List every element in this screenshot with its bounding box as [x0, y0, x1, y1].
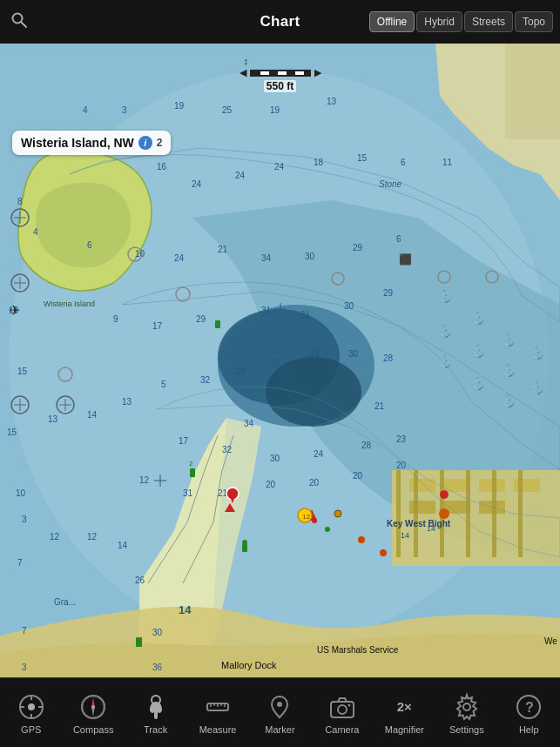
svg-text:21: 21 [374, 401, 385, 411]
map-type-buttons: Offline Hybrid Streets Topo [369, 11, 553, 32]
bottom-bar: GPS Compass Track [0, 677, 560, 747]
svg-rect-20 [492, 470, 496, 557]
svg-text:⚓: ⚓ [437, 289, 453, 304]
svg-text:⚓: ⚓ [530, 346, 545, 360]
svg-text:12: 12 [50, 532, 60, 542]
toolbar-camera[interactable]: Camera [316, 691, 368, 735]
toolbar-magnifier[interactable]: 2× Magnifier [378, 691, 430, 735]
map-area[interactable]: 8 4 10 15 15 10 7 4 3 19 25 19 13 16 24 … [0, 44, 560, 677]
gps-label: GPS [21, 724, 41, 735]
search-icon[interactable] [10, 11, 28, 33]
svg-point-179 [277, 702, 282, 707]
svg-text:US Marshals Service: US Marshals Service [317, 645, 399, 655]
svg-text:36: 36 [152, 663, 163, 672]
top-bar: Chart Offline Hybrid Streets Topo [0, 0, 560, 44]
svg-text:30: 30 [305, 252, 315, 261]
svg-rect-13 [409, 501, 435, 514]
map-type-hybrid[interactable]: Hybrid [416, 11, 462, 32]
svg-point-119 [358, 536, 365, 543]
svg-text:4: 4 [33, 227, 38, 237]
marker-label: Marker [265, 724, 294, 735]
svg-text:12: 12 [87, 532, 98, 542]
map-type-streets[interactable]: Streets [464, 11, 513, 32]
marker-icon [264, 691, 295, 723]
svg-text:10: 10 [16, 488, 26, 498]
svg-text:25: 25 [222, 105, 233, 115]
svg-text:⚓: ⚓ [470, 344, 486, 359]
svg-text:13: 13 [48, 414, 58, 424]
svg-rect-17 [414, 470, 418, 557]
toolbar-gps[interactable]: GPS [5, 691, 57, 735]
measure-label: Measure [199, 724, 237, 735]
svg-point-118 [334, 510, 341, 517]
svg-point-115 [242, 540, 247, 545]
info-icon[interactable]: i [138, 136, 152, 150]
svg-text:Stone: Stone [379, 179, 402, 189]
svg-text:18: 18 [314, 158, 324, 167]
svg-point-162 [28, 703, 35, 710]
svg-text:28: 28 [383, 353, 394, 363]
svg-point-182 [347, 703, 350, 706]
svg-text:34: 34 [244, 419, 254, 428]
svg-text:20: 20 [266, 480, 276, 489]
svg-text:30: 30 [270, 454, 280, 463]
svg-text:29: 29 [235, 367, 246, 376]
svg-text:14: 14 [401, 531, 409, 540]
svg-text:⬛: ⬛ [399, 252, 412, 266]
svg-rect-19 [466, 470, 470, 557]
chart-title: Chart [260, 13, 300, 30]
svg-point-154 [440, 490, 449, 499]
toolbar-help[interactable]: ? Help [503, 691, 555, 735]
svg-text:31: 31 [331, 410, 341, 420]
svg-rect-180 [331, 702, 354, 717]
camera-icon [327, 691, 358, 723]
svg-text:29: 29 [383, 288, 394, 298]
svg-text:Wisteria Island: Wisteria Island [44, 299, 95, 308]
svg-text:30: 30 [152, 628, 163, 637]
svg-text:?: ? [525, 700, 534, 715]
svg-text:24: 24 [274, 162, 285, 172]
svg-point-171 [91, 705, 95, 709]
toolbar-compass[interactable]: Compass [67, 691, 119, 735]
compass-icon [78, 691, 109, 723]
svg-text:6: 6 [401, 158, 406, 167]
location-label[interactable]: Wisteria Island, NW i 2 [12, 131, 171, 155]
svg-text:⚓: ⚓ [437, 324, 453, 339]
svg-text:15: 15 [7, 427, 17, 437]
help-label: Help [519, 724, 539, 735]
toolbar-marker[interactable]: Marker [253, 691, 306, 735]
toolbar-track[interactable]: Track [130, 691, 182, 735]
svg-text:13: 13 [327, 97, 337, 106]
svg-text:5: 5 [161, 380, 166, 389]
location-name: Wisteria Island, NW [21, 136, 134, 150]
map-type-offline[interactable]: Offline [369, 11, 415, 32]
svg-text:Key West Bight: Key West Bight [387, 519, 451, 528]
svg-point-120 [380, 549, 387, 556]
svg-rect-9 [409, 479, 435, 492]
svg-text:32: 32 [200, 375, 211, 385]
magnifier-icon: 2× [388, 691, 420, 723]
svg-text:4: 4 [83, 105, 88, 115]
svg-text:12: 12 [139, 475, 150, 485]
svg-text:29: 29 [196, 314, 206, 324]
svg-text:6: 6 [87, 240, 92, 250]
svg-rect-7 [505, 44, 560, 139]
svg-text:20: 20 [396, 461, 407, 470]
svg-text:29: 29 [353, 243, 363, 252]
svg-text:10: 10 [135, 249, 145, 259]
map-type-topo[interactable]: Topo [515, 11, 553, 32]
svg-text:9: 9 [113, 314, 118, 324]
svg-text:Gra...: Gra... [54, 597, 76, 607]
svg-text:2: 2 [189, 460, 193, 468]
svg-text:30: 30 [348, 349, 359, 359]
svg-text:31: 31 [261, 306, 272, 315]
scale-bar-line [250, 70, 311, 77]
svg-text:14: 14 [118, 541, 128, 550]
svg-text:We: We [544, 636, 557, 646]
toolbar-measure[interactable]: Measure [192, 691, 244, 735]
toolbar-settings[interactable]: Settings [441, 691, 493, 735]
svg-text:⚓: ⚓ [470, 311, 486, 326]
svg-text:33: 33 [309, 349, 320, 359]
svg-text:13: 13 [122, 397, 132, 407]
svg-rect-109 [215, 320, 220, 328]
